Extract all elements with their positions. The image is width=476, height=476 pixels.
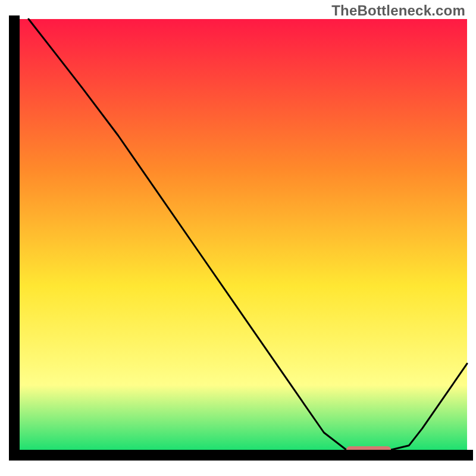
- plot-background: [20, 19, 467, 450]
- watermark-label: TheBottleneck.com: [331, 2, 465, 19]
- chart-container: TheBottleneck.com: [0, 0, 476, 476]
- chart-svg: [0, 0, 476, 476]
